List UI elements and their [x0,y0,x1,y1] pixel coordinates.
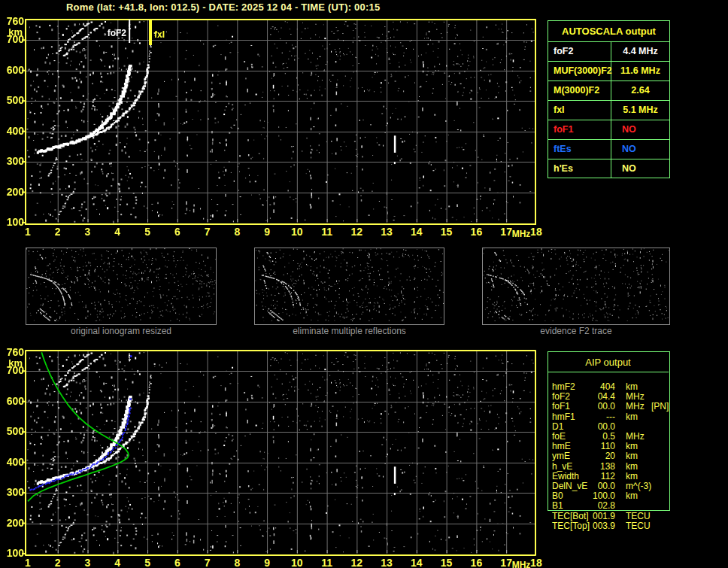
autoscala-row-fxi: fxI5.1 MHz [548,101,669,120]
aip-row-label: D1 [552,422,563,432]
aip-output-table: AIP output hmF2404kmfoF204.4MHzfoF100.0M… [548,351,670,536]
aip-row-unit: MHz [626,402,645,412]
parameter-label: ftEs [548,140,611,159]
aip-row-unit: km [626,442,638,451]
autoscala-row-fof2: foF24.4 MHz [548,42,669,62]
aip-row-note: [PN] [651,402,669,412]
aip-row-value: 404 [581,382,615,392]
y-axis-tick-label: 600 [0,396,24,406]
x-axis-tick-label: 3 [80,226,96,238]
x-axis-tick-label: 4 [110,226,125,238]
aip-row-unit: MHz [626,432,645,442]
aip-row-label: foE [552,432,566,442]
aip-row-label: B0 [552,491,563,501]
x-axis-tick-label: 13 [379,226,394,238]
aip-row-unit: km [626,451,638,461]
x-axis-tick-label: 7 [200,226,215,238]
autoscala-row-h-es: h'EsNO [548,159,669,178]
aip-row-fof2: foF204.4MHz [548,392,670,402]
aip-row-unit: km [626,491,638,501]
autoscala-row-muf-3000-f2: MUF(3000)F211.6 MHz [548,62,669,81]
x-axis-tick-label: 2 [50,226,65,238]
x-axis-tick-label: 4 [110,557,125,568]
aip-row-value: 20 [581,451,615,461]
aip-row-hme: hmE110km [548,442,670,451]
x-axis-tick-label: 13 [379,557,394,568]
x-axis-tick-label: 7 [200,557,215,568]
thumbnail-evidence-f2-trace: evidence F2 trace [482,248,670,325]
aip-row-value: 110 [581,442,615,451]
aip-row-label: hmE [552,442,571,451]
y-axis-tick-label: 200 [0,518,24,528]
aip-row-value: 112 [581,472,615,481]
autoscala-row-fof1: foF1NO [548,120,669,140]
x-axis-tick-label: 10 [290,226,305,238]
y-axis-tick-label: 300 [0,488,24,497]
x-axis-tick-label: 8 [229,226,244,238]
bottom-ionogram-canvas [22,348,538,557]
x-axis-tick-label: 6 [170,226,185,238]
x-axis-tick-label: 15 [439,226,454,238]
top-ionogram-canvas [22,17,538,226]
y-axis-tick-label: 500 [0,427,24,436]
x-axis-tick-label: 6 [170,557,185,568]
aip-row-value: 00.0 [581,422,615,432]
aip-row-unit: m^(-3) [626,481,651,491]
x-axis-tick-label: 1 [20,226,35,238]
x-axis-tick-label: 8 [229,557,244,568]
aip-row-h-ve: h_vE138km [548,462,670,472]
parameter-label: M(3000)F2 [548,81,611,100]
aip-row-value: 003.9 [581,521,615,531]
x-axis-tick-label: 11 [320,557,335,568]
aip-row-label: foF1 [552,402,570,412]
x-axis-unit-label: MHz [508,229,534,239]
x-axis-tick-label: 14 [409,557,424,568]
aip-row-b1: B102.8 [548,501,670,511]
aip-row-ewidth: Ewidth112km [548,472,670,481]
aip-row-unit: km [626,462,638,472]
x-axis-tick-label: 1 [20,557,35,568]
x-axis-tick-label: 9 [259,226,275,238]
y-axis-tick-label: 760 [0,348,24,357]
parameter-value: NO [611,140,669,159]
x-axis-tick-label: 11 [320,226,335,238]
aip-header-separator [548,372,669,372]
x-axis-unit-label: MHz [508,560,534,568]
y-axis-unit-label: km [0,26,23,38]
aip-row-unit: MHz [626,392,645,402]
aip-row-d1: D100.0 [548,422,670,432]
aip-row-b0: B0100.0km [548,491,670,501]
aip-row-value: 0.5 [581,432,615,442]
x-axis-tick-label: 12 [349,226,364,238]
thumbnail-canvas [26,248,216,321]
thumbnail-canvas [483,248,669,321]
aip-row-value: 04.4 [581,392,615,402]
parameter-label: foF2 [548,42,611,61]
aip-row-fof1: foF100.0MHz[PN] [548,402,670,412]
aip-row-value: 100.0 [581,491,615,501]
autoscala-row-m-3000-f2: M(3000)F22.64 [548,81,669,101]
aip-row-hmf1: hmF1---km [548,412,670,422]
aip-table-title: AIP output [548,357,669,368]
aip-row-unit: km [626,412,638,422]
x-axis-tick-label: 5 [140,226,155,238]
aip-row-unit: TECU [626,512,651,521]
autoscala-screen: Rome (lat: +41.8, lon: 012.5) - DATE: 20… [0,0,728,568]
aip-row-tec-top-: TEC[Top]003.9TECU [548,521,670,531]
x-axis-tick-label: 5 [140,557,155,568]
parameter-value: NO [611,120,669,139]
parameter-value: 11.6 MHz [611,62,669,80]
y-axis-tick-label: 400 [0,126,24,136]
y-axis-unit-label: km [0,357,23,369]
parameter-value: NO [611,159,669,178]
autoscala-output-table: AUTOSCALA output foF24.4 MHzMUF(3000)F21… [548,20,670,178]
autoscala-row-ftes: ftEsNO [548,140,669,159]
aip-row-value: 001.9 [581,512,615,521]
thumbnail-canvas [255,248,444,321]
fxi-marker-label: fxI [154,29,165,40]
aip-row-value: 138 [581,462,615,472]
aip-row-yme: ymE20km [548,451,670,461]
aip-row-label: hmF1 [552,412,575,422]
aip-row-label: Ewidth [552,472,579,481]
autoscala-table-title: AUTOSCALA output [548,21,669,42]
